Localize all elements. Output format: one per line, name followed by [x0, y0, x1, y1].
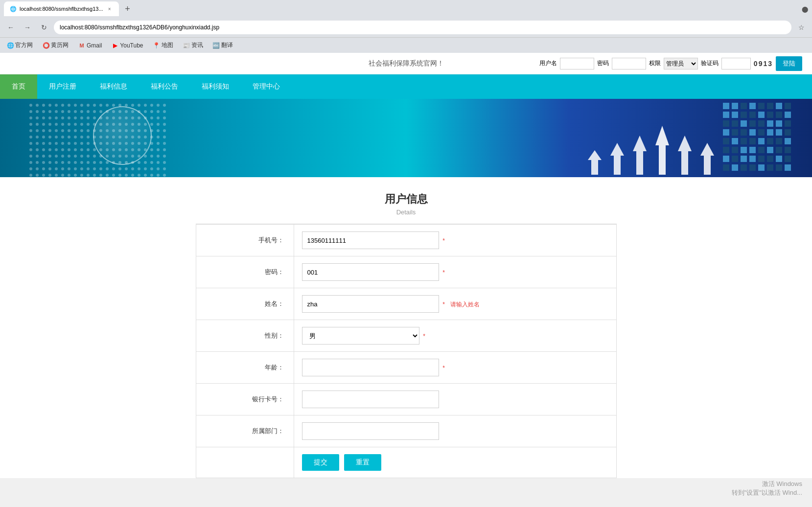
arrow-2 — [610, 143, 624, 175]
bankcard-input[interactable] — [302, 391, 439, 408]
arrow-4 — [655, 126, 669, 175]
phone-cell: * — [294, 225, 616, 256]
tab-favicon: 🌐 — [10, 6, 17, 12]
name-error: 请输入姓名 — [450, 301, 480, 308]
nav-item-admin[interactable]: 管理中心 — [241, 74, 292, 99]
watermark-line2: 转到"设置"以激活 Wind... — [732, 488, 802, 493]
name-label: 姓名： — [196, 288, 294, 320]
btn-label-cell — [196, 447, 294, 478]
name-input[interactable] — [302, 295, 439, 313]
browser-chrome: 🌐 localhost:8080/ssmshflbzxthsg13... × +… — [0, 0, 812, 53]
phone-input[interactable] — [302, 231, 439, 249]
tab-bar: 🌐 localhost:8080/ssmshflbzxthsg13... × +… — [0, 0, 812, 18]
page-content: 社会福利保障系统官网！ 用户名 密码 权限 管理员 普通用户 验证码 0913 … — [0, 53, 812, 478]
nav-item-welfare-info[interactable]: 福利信息 — [88, 74, 139, 99]
bookmark-gmail[interactable]: M Gmail — [75, 41, 105, 50]
btn-cell: 提交 重置 — [294, 447, 616, 478]
bookmark-map[interactable]: 📍 地图 — [150, 40, 176, 50]
age-cell: * — [294, 352, 616, 384]
password-label: 密码 — [597, 59, 609, 68]
login-btn[interactable]: 登陆 — [776, 56, 802, 71]
bookmark-youtube-label: YouTube — [120, 42, 143, 49]
password-input[interactable] — [612, 58, 646, 69]
dept-input[interactable] — [302, 422, 439, 440]
nav-item-welfare-notes[interactable]: 福利须知 — [190, 74, 241, 99]
bookmark-news[interactable]: 📰 资讯 — [180, 40, 206, 50]
windows-watermark: 激活 Windows 转到"设置"以激活 Wind... — [732, 480, 802, 493]
password-field-input[interactable] — [302, 263, 439, 281]
gender-cell: 男 女 * — [294, 320, 616, 352]
huangli-icon: ⭕ — [43, 42, 49, 49]
bookmark-youtube[interactable]: ▶ YouTube — [109, 41, 146, 50]
gender-select[interactable]: 男 女 — [302, 327, 419, 345]
reload-btn[interactable]: ↻ — [37, 21, 51, 34]
nav-item-welfare-notice[interactable]: 福利公告 — [139, 74, 190, 99]
table-row-name: 姓名： * 请输入姓名 — [196, 288, 616, 320]
globe-graphic — [93, 106, 152, 165]
bookmark-map-label: 地图 — [162, 41, 173, 49]
form-table: 手机号： * 密码： * 姓名： — [196, 224, 617, 478]
address-input[interactable] — [54, 21, 791, 34]
phone-required: * — [442, 237, 445, 244]
dept-label: 所属部门： — [196, 415, 294, 447]
name-required: * — [442, 301, 445, 308]
age-label: 年龄： — [196, 352, 294, 384]
hero-banner — [0, 99, 812, 177]
bookmark-news-label: 资讯 — [191, 41, 203, 49]
active-tab[interactable]: 🌐 localhost:8080/ssmshflbzxthsg13... × — [4, 1, 119, 16]
captcha-display: 0913 — [754, 60, 773, 68]
site-title: 社会福利保障系统官网！ — [369, 59, 444, 68]
table-row-bankcard: 银行卡号： — [196, 384, 616, 415]
address-bar-row: ← → ↻ ☆ — [0, 18, 812, 37]
nav-item-home[interactable]: 首页 — [0, 74, 37, 99]
tab-label: localhost:8080/ssmshflbzxthsg13... — [20, 6, 103, 12]
arrow-1 — [588, 150, 602, 175]
reset-btn[interactable]: 重置 — [344, 454, 381, 471]
arrow-5 — [678, 136, 692, 175]
table-row-phone: 手机号： * — [196, 225, 616, 256]
bookmark-star[interactable]: ☆ — [794, 21, 808, 34]
role-select[interactable]: 管理员 普通用户 — [664, 58, 698, 69]
bookmark-translate[interactable]: 🔤 翻译 — [210, 40, 236, 50]
bookmark-guanfang-label: 官方网 — [15, 41, 33, 49]
header-right: 用户名 密码 权限 管理员 普通用户 验证码 0913 登陆 — [539, 56, 802, 71]
form-section: 用户信息 Details 手机号： * 密码： * — [186, 192, 626, 478]
submit-btn[interactable]: 提交 — [302, 454, 339, 471]
watermark-line1: 激活 Windows — [732, 480, 802, 488]
bookmark-guanfang[interactable]: 🌐 官方网 — [4, 40, 36, 50]
bookmark-gmail-label: Gmail — [87, 42, 102, 49]
username-input[interactable] — [560, 58, 594, 69]
youtube-icon: ▶ — [112, 42, 118, 49]
bookmarks-bar: 🌐 官方网 ⭕ 黄历网 M Gmail ▶ YouTube 📍 地图 📰 资讯 … — [0, 37, 812, 53]
phone-label: 手机号： — [196, 225, 294, 256]
bookmark-translate-label: 翻译 — [221, 41, 233, 49]
bookmark-huangli-label: 黄历网 — [51, 41, 69, 49]
age-input[interactable] — [302, 359, 439, 376]
map-icon: 📍 — [153, 42, 160, 49]
nav-item-register[interactable]: 用户注册 — [37, 74, 88, 99]
right-squares — [723, 103, 792, 172]
form-title: 用户信息 — [196, 192, 617, 207]
table-row-buttons: 提交 重置 — [196, 447, 616, 478]
password-required: * — [442, 269, 445, 276]
guanfang-icon: 🌐 — [7, 42, 14, 49]
role-label: 权限 — [649, 59, 661, 68]
bookmark-huangli[interactable]: ⭕ 黄历网 — [40, 40, 71, 50]
bankcard-label: 银行卡号： — [196, 384, 294, 415]
news-icon: 📰 — [183, 42, 190, 49]
tab-close-btn[interactable]: × — [106, 5, 113, 12]
translate-icon: 🔤 — [213, 42, 220, 49]
arrow-6 — [700, 143, 714, 175]
gender-label: 性别： — [196, 320, 294, 352]
site-header: 社会福利保障系统官网！ 用户名 密码 权限 管理员 普通用户 验证码 0913 … — [0, 53, 812, 74]
username-label: 用户名 — [539, 59, 557, 68]
nav-bar: 首页 用户注册 福利信息 福利公告 福利须知 管理中心 — [0, 74, 812, 99]
captcha-input[interactable] — [721, 58, 751, 69]
back-btn[interactable]: ← — [4, 21, 18, 34]
table-row-password: 密码： * — [196, 256, 616, 288]
new-tab-btn[interactable]: + — [121, 2, 135, 16]
browser-controls: ⬤ — [802, 5, 808, 13]
forward-btn[interactable]: → — [21, 21, 34, 34]
age-required: * — [442, 365, 445, 371]
bankcard-cell — [294, 384, 616, 415]
